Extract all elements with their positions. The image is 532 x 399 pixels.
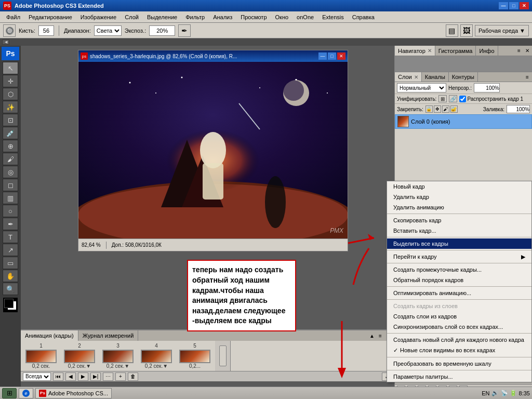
- histogram-tab[interactable]: Гистограмма: [435, 46, 476, 56]
- document-canvas[interactable]: РМХ: [78, 62, 348, 238]
- doc-maximize[interactable]: □: [328, 52, 336, 60]
- blend-mode-select[interactable]: Нормальный: [397, 83, 446, 92]
- anim-tab-frames[interactable]: Анимация (кадры): [21, 330, 78, 341]
- maximize-button[interactable]: □: [509, 2, 518, 9]
- layers-tab[interactable]: Слои ✕: [395, 72, 422, 82]
- tool-magic[interactable]: ✨: [3, 101, 18, 113]
- paths-tab[interactable]: Контуры: [449, 72, 478, 82]
- layers-menu-btn[interactable]: ≡: [524, 73, 531, 81]
- anim-collapse[interactable]: ▲: [368, 332, 376, 339]
- menu-extensis[interactable]: Extensis: [318, 13, 348, 21]
- minimize-button[interactable]: —: [499, 2, 508, 9]
- exposure-input[interactable]: [149, 25, 175, 36]
- doc-minimize[interactable]: —: [318, 52, 327, 60]
- menu-file[interactable]: Файл: [2, 13, 24, 21]
- ctx-sync-layer[interactable]: Синхронизировать слой со всех кадрах...: [387, 322, 531, 332]
- menu-onone[interactable]: onOne: [292, 13, 318, 21]
- channels-tab[interactable]: Каналы: [422, 72, 449, 82]
- ctx-goto-frame[interactable]: Перейти к кадру: [387, 251, 531, 262]
- menu-layer[interactable]: Слой: [121, 13, 143, 21]
- panel-button2[interactable]: 🖼: [460, 24, 473, 37]
- anim-play[interactable]: ▶: [78, 373, 88, 381]
- info-tab[interactable]: Инфо: [476, 46, 498, 56]
- ctx-select-all[interactable]: Выделить все кадры: [387, 238, 531, 249]
- ctx-make-layers-from-frames[interactable]: Создать слои из кадров: [387, 311, 531, 322]
- lock-btn2[interactable]: ✥: [434, 105, 441, 113]
- airbrush-icon[interactable]: ✒: [178, 24, 191, 37]
- ctx-new-frame[interactable]: Новый кадр: [387, 181, 531, 192]
- menu-window[interactable]: Окно: [271, 13, 293, 21]
- menu-image[interactable]: Изображение: [76, 13, 121, 21]
- lock-btn3[interactable]: 🖌: [442, 105, 449, 113]
- collapse-btn[interactable]: ◀: [2, 39, 9, 45]
- menu-select[interactable]: Выделение: [143, 13, 181, 21]
- frame-thumb-5[interactable]: [179, 350, 210, 363]
- tool-heal[interactable]: ⊕: [3, 140, 18, 152]
- distribute-checkbox[interactable]: [459, 96, 466, 102]
- taskbar-ie[interactable]: e: [19, 388, 33, 398]
- anim-tab-log[interactable]: Журнал измерений: [78, 330, 139, 341]
- fill-input[interactable]: [507, 105, 530, 113]
- taskbar-ps[interactable]: Ps Adobe Photoshop CS...: [35, 388, 112, 398]
- anim-delete[interactable]: 🗑: [128, 373, 138, 381]
- tool-zoom[interactable]: 🔍: [3, 283, 18, 295]
- tool-crop[interactable]: ⊡: [3, 114, 18, 126]
- anim-prev[interactable]: ◀: [65, 373, 76, 381]
- ctx-new-layer-per-frame[interactable]: Создавать новый слой для каждого нового …: [387, 335, 531, 345]
- tool-text[interactable]: T: [3, 231, 18, 243]
- tool-pen[interactable]: ✒: [3, 218, 18, 230]
- anim-first[interactable]: ⏮: [53, 373, 63, 381]
- tool-path[interactable]: ↗: [3, 244, 18, 256]
- frame-thumb-4[interactable]: [141, 350, 172, 363]
- nav-tab[interactable]: Навигатор ✕: [395, 46, 435, 56]
- tool-icon[interactable]: 🔘: [3, 24, 16, 37]
- tool-hand[interactable]: ✋: [3, 270, 18, 282]
- ctx-palette-options[interactable]: Параметры палитры...: [387, 371, 531, 382]
- ctx-new-layers-visible[interactable]: Новые слои видимы во всех кадрах: [387, 345, 531, 356]
- nav-tab-x[interactable]: ✕: [428, 48, 432, 54]
- anim-scrollbar[interactable]: [215, 341, 231, 371]
- fg-bg-colors[interactable]: [3, 298, 18, 312]
- tool-brush[interactable]: 🖌: [3, 153, 18, 165]
- ctx-optimize[interactable]: Оптимизировать анимацию...: [387, 288, 531, 298]
- unify-btn1[interactable]: ⊞: [438, 95, 447, 102]
- lock-btn4[interactable]: 🔐: [450, 105, 458, 113]
- tool-eyedrop[interactable]: 💉: [3, 127, 18, 139]
- tool-shapes[interactable]: ▭: [3, 257, 18, 269]
- menu-help[interactable]: Справка: [348, 13, 379, 21]
- ctx-tween[interactable]: Создать промежуточные кадры...: [387, 264, 531, 275]
- frame-thumb-3[interactable]: [102, 350, 134, 363]
- tool-selection[interactable]: ↖: [3, 62, 18, 74]
- tool-move[interactable]: ✛: [3, 75, 18, 87]
- opacity-input[interactable]: [474, 83, 500, 92]
- close-button[interactable]: ✕: [520, 2, 529, 9]
- lock-btn1[interactable]: 🔒: [425, 105, 433, 113]
- brush-size-input[interactable]: [38, 25, 54, 36]
- range-select[interactable]: Света: [94, 25, 122, 36]
- frame-thumb-1[interactable]: [25, 350, 57, 363]
- anim-next[interactable]: ▶|: [90, 373, 101, 381]
- panel-button1[interactable]: ▤: [446, 24, 458, 37]
- ctx-paste-frame[interactable]: Вставить кадр...: [387, 225, 531, 236]
- tool-dodge[interactable]: ○: [3, 205, 18, 217]
- ctx-copy-frame[interactable]: Скопировать кадр: [387, 215, 531, 225]
- panel-close-btn[interactable]: ✕: [524, 47, 531, 55]
- menu-edit[interactable]: Редактирование: [24, 13, 76, 21]
- panel-menu-btn[interactable]: ≡: [515, 47, 523, 55]
- tool-lasso[interactable]: ⬡: [3, 88, 18, 100]
- loop-select[interactable]: Всегда: [23, 373, 51, 381]
- anim-menu[interactable]: ≡: [377, 332, 384, 339]
- workspace-button[interactable]: Рабочая среда ▼: [475, 25, 529, 36]
- anim-tween[interactable]: ⋯: [103, 373, 113, 381]
- ctx-delete-frame[interactable]: Удалить кадр: [387, 192, 531, 202]
- ctx-delete-anim[interactable]: Удалить анимацию: [387, 202, 531, 212]
- menu-filter[interactable]: Фильтр: [181, 13, 209, 21]
- layer-item[interactable]: Слой 0 (копия): [395, 114, 532, 129]
- menu-view[interactable]: Просмотр: [236, 13, 271, 21]
- doc-close[interactable]: ✕: [337, 52, 345, 60]
- menu-analyze[interactable]: Анализ: [209, 13, 236, 21]
- unify-btn2[interactable]: 🔗: [449, 95, 457, 102]
- tool-eraser[interactable]: ◻: [3, 179, 18, 191]
- frame-thumb-2[interactable]: [64, 350, 95, 363]
- ctx-reverse[interactable]: Обратный порядок кадров: [387, 275, 531, 285]
